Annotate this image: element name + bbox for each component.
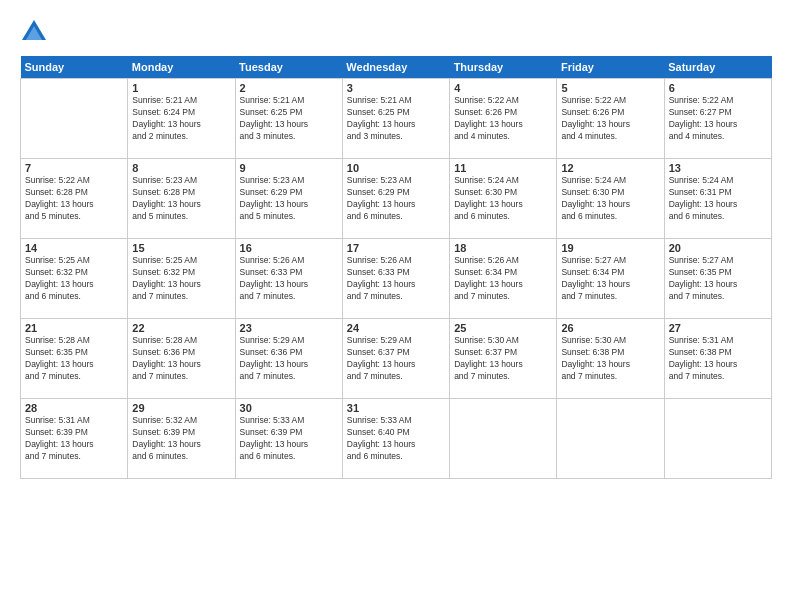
header-cell-sunday: Sunday [21,56,128,79]
calendar-cell: 18Sunrise: 5:26 AM Sunset: 6:34 PM Dayli… [450,239,557,319]
day-number: 27 [669,322,767,334]
day-number: 7 [25,162,123,174]
calendar-cell: 5Sunrise: 5:22 AM Sunset: 6:26 PM Daylig… [557,79,664,159]
calendar-cell: 9Sunrise: 5:23 AM Sunset: 6:29 PM Daylig… [235,159,342,239]
calendar-cell: 29Sunrise: 5:32 AM Sunset: 6:39 PM Dayli… [128,399,235,479]
cell-info: Sunrise: 5:32 AM Sunset: 6:39 PM Dayligh… [132,415,230,463]
calendar-header: SundayMondayTuesdayWednesdayThursdayFrid… [21,56,772,79]
logo [20,18,52,46]
day-number: 31 [347,402,445,414]
day-number: 15 [132,242,230,254]
cell-info: Sunrise: 5:25 AM Sunset: 6:32 PM Dayligh… [25,255,123,303]
cell-info: Sunrise: 5:27 AM Sunset: 6:35 PM Dayligh… [669,255,767,303]
calendar-cell: 22Sunrise: 5:28 AM Sunset: 6:36 PM Dayli… [128,319,235,399]
day-number: 14 [25,242,123,254]
day-number: 17 [347,242,445,254]
day-number: 10 [347,162,445,174]
calendar-cell [450,399,557,479]
calendar-cell: 25Sunrise: 5:30 AM Sunset: 6:37 PM Dayli… [450,319,557,399]
calendar-cell: 2Sunrise: 5:21 AM Sunset: 6:25 PM Daylig… [235,79,342,159]
week-row-4: 28Sunrise: 5:31 AM Sunset: 6:39 PM Dayli… [21,399,772,479]
header-cell-monday: Monday [128,56,235,79]
day-number: 6 [669,82,767,94]
day-number: 9 [240,162,338,174]
cell-info: Sunrise: 5:21 AM Sunset: 6:25 PM Dayligh… [240,95,338,143]
logo-icon [20,18,48,46]
calendar-cell [21,79,128,159]
calendar-cell: 24Sunrise: 5:29 AM Sunset: 6:37 PM Dayli… [342,319,449,399]
header-cell-saturday: Saturday [664,56,771,79]
calendar-cell: 14Sunrise: 5:25 AM Sunset: 6:32 PM Dayli… [21,239,128,319]
calendar-cell: 10Sunrise: 5:23 AM Sunset: 6:29 PM Dayli… [342,159,449,239]
day-number: 12 [561,162,659,174]
day-number: 5 [561,82,659,94]
cell-info: Sunrise: 5:26 AM Sunset: 6:33 PM Dayligh… [240,255,338,303]
calendar-cell: 19Sunrise: 5:27 AM Sunset: 6:34 PM Dayli… [557,239,664,319]
week-row-1: 7Sunrise: 5:22 AM Sunset: 6:28 PM Daylig… [21,159,772,239]
day-number: 20 [669,242,767,254]
week-row-2: 14Sunrise: 5:25 AM Sunset: 6:32 PM Dayli… [21,239,772,319]
day-number: 26 [561,322,659,334]
day-number: 13 [669,162,767,174]
calendar-cell: 13Sunrise: 5:24 AM Sunset: 6:31 PM Dayli… [664,159,771,239]
cell-info: Sunrise: 5:30 AM Sunset: 6:37 PM Dayligh… [454,335,552,383]
calendar-cell: 30Sunrise: 5:33 AM Sunset: 6:39 PM Dayli… [235,399,342,479]
calendar-cell [557,399,664,479]
cell-info: Sunrise: 5:29 AM Sunset: 6:37 PM Dayligh… [347,335,445,383]
week-row-3: 21Sunrise: 5:28 AM Sunset: 6:35 PM Dayli… [21,319,772,399]
calendar-cell: 8Sunrise: 5:23 AM Sunset: 6:28 PM Daylig… [128,159,235,239]
calendar-cell: 28Sunrise: 5:31 AM Sunset: 6:39 PM Dayli… [21,399,128,479]
calendar-cell: 7Sunrise: 5:22 AM Sunset: 6:28 PM Daylig… [21,159,128,239]
cell-info: Sunrise: 5:25 AM Sunset: 6:32 PM Dayligh… [132,255,230,303]
day-number: 30 [240,402,338,414]
week-row-0: 1Sunrise: 5:21 AM Sunset: 6:24 PM Daylig… [21,79,772,159]
cell-info: Sunrise: 5:29 AM Sunset: 6:36 PM Dayligh… [240,335,338,383]
cell-info: Sunrise: 5:22 AM Sunset: 6:28 PM Dayligh… [25,175,123,223]
calendar-cell: 15Sunrise: 5:25 AM Sunset: 6:32 PM Dayli… [128,239,235,319]
calendar-cell: 20Sunrise: 5:27 AM Sunset: 6:35 PM Dayli… [664,239,771,319]
day-number: 22 [132,322,230,334]
day-number: 25 [454,322,552,334]
day-number: 21 [25,322,123,334]
day-number: 28 [25,402,123,414]
cell-info: Sunrise: 5:23 AM Sunset: 6:28 PM Dayligh… [132,175,230,223]
header-cell-wednesday: Wednesday [342,56,449,79]
cell-info: Sunrise: 5:30 AM Sunset: 6:38 PM Dayligh… [561,335,659,383]
cell-info: Sunrise: 5:23 AM Sunset: 6:29 PM Dayligh… [347,175,445,223]
calendar-cell: 12Sunrise: 5:24 AM Sunset: 6:30 PM Dayli… [557,159,664,239]
header-cell-tuesday: Tuesday [235,56,342,79]
header [20,18,772,46]
calendar-cell: 27Sunrise: 5:31 AM Sunset: 6:38 PM Dayli… [664,319,771,399]
day-number: 18 [454,242,552,254]
calendar-cell: 4Sunrise: 5:22 AM Sunset: 6:26 PM Daylig… [450,79,557,159]
day-number: 16 [240,242,338,254]
cell-info: Sunrise: 5:21 AM Sunset: 6:24 PM Dayligh… [132,95,230,143]
cell-info: Sunrise: 5:22 AM Sunset: 6:27 PM Dayligh… [669,95,767,143]
day-number: 1 [132,82,230,94]
day-number: 4 [454,82,552,94]
calendar-cell [664,399,771,479]
cell-info: Sunrise: 5:24 AM Sunset: 6:31 PM Dayligh… [669,175,767,223]
header-cell-friday: Friday [557,56,664,79]
cell-info: Sunrise: 5:24 AM Sunset: 6:30 PM Dayligh… [454,175,552,223]
day-number: 29 [132,402,230,414]
calendar-cell: 21Sunrise: 5:28 AM Sunset: 6:35 PM Dayli… [21,319,128,399]
day-number: 3 [347,82,445,94]
calendar-cell: 3Sunrise: 5:21 AM Sunset: 6:25 PM Daylig… [342,79,449,159]
cell-info: Sunrise: 5:22 AM Sunset: 6:26 PM Dayligh… [561,95,659,143]
day-number: 8 [132,162,230,174]
calendar-cell: 11Sunrise: 5:24 AM Sunset: 6:30 PM Dayli… [450,159,557,239]
day-number: 19 [561,242,659,254]
calendar-cell: 1Sunrise: 5:21 AM Sunset: 6:24 PM Daylig… [128,79,235,159]
day-number: 24 [347,322,445,334]
page: SundayMondayTuesdayWednesdayThursdayFrid… [0,0,792,612]
cell-info: Sunrise: 5:26 AM Sunset: 6:33 PM Dayligh… [347,255,445,303]
cell-info: Sunrise: 5:26 AM Sunset: 6:34 PM Dayligh… [454,255,552,303]
cell-info: Sunrise: 5:22 AM Sunset: 6:26 PM Dayligh… [454,95,552,143]
calendar-cell: 26Sunrise: 5:30 AM Sunset: 6:38 PM Dayli… [557,319,664,399]
header-row: SundayMondayTuesdayWednesdayThursdayFrid… [21,56,772,79]
calendar-table: SundayMondayTuesdayWednesdayThursdayFrid… [20,56,772,479]
day-number: 2 [240,82,338,94]
cell-info: Sunrise: 5:28 AM Sunset: 6:35 PM Dayligh… [25,335,123,383]
calendar-cell: 17Sunrise: 5:26 AM Sunset: 6:33 PM Dayli… [342,239,449,319]
